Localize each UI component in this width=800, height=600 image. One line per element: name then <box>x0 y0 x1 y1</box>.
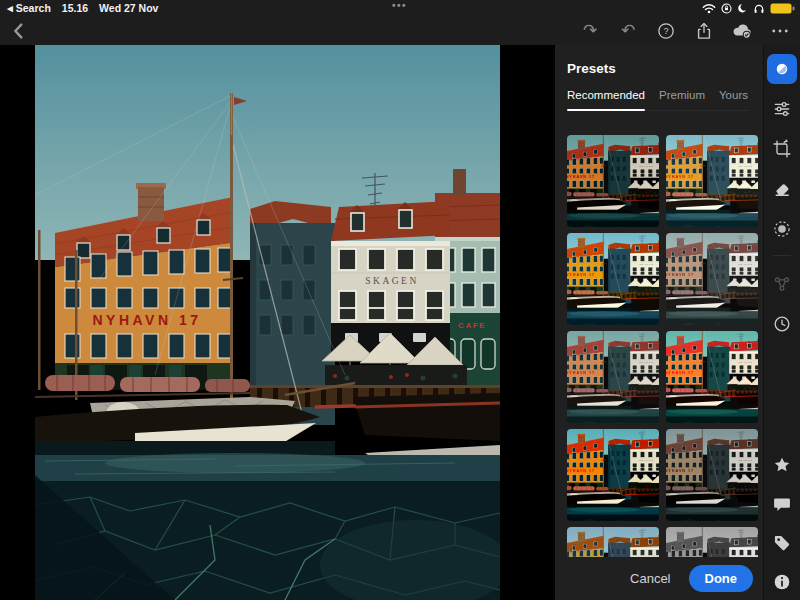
redo-button[interactable]: ↷ <box>579 20 601 42</box>
preset-thumb-6[interactable] <box>666 331 758 423</box>
panel-title: Presets <box>555 45 763 76</box>
help-icon: ? <box>656 21 676 41</box>
more-icon <box>770 21 790 41</box>
photo-canvas[interactable] <box>35 45 500 600</box>
crop-icon <box>772 139 792 159</box>
chevron-left-icon <box>8 20 30 42</box>
edit-sliders-icon <box>772 99 792 119</box>
tab-yours[interactable]: Yours <box>719 89 748 110</box>
back-to-search-app[interactable]: ◀ Search <box>7 2 51 14</box>
top-chrome: ◀ Search 15.16 Wed 27 Nov ••• <box>0 0 800 45</box>
cancel-button[interactable]: Cancel <box>630 571 670 586</box>
back-to-app-label: Search <box>16 2 51 14</box>
healing-eraser-icon <box>772 179 792 199</box>
multitask-dots[interactable]: ••• <box>392 0 407 11</box>
headphones-icon <box>753 3 765 14</box>
edit-tool-button[interactable] <box>769 97 795 121</box>
share-button[interactable] <box>693 20 715 42</box>
tab-recommended[interactable]: Recommended <box>567 89 645 110</box>
info-button[interactable] <box>769 570 795 594</box>
cloud-synced-icon <box>731 20 753 41</box>
comment-icon <box>772 494 792 514</box>
star-icon <box>772 455 792 475</box>
presets-icon <box>773 60 791 78</box>
versions-icon <box>772 274 792 294</box>
status-time: 15.16 <box>62 2 88 14</box>
status-date: Wed 27 Nov <box>99 2 158 14</box>
back-to-app-triangle-icon: ◀ <box>7 4 13 13</box>
lightroom-app: ◀ Search 15.16 Wed 27 Nov ••• <box>0 0 800 600</box>
svg-text:?: ? <box>663 26 668 36</box>
status-bar: ◀ Search 15.16 Wed 27 Nov ••• <box>0 0 800 16</box>
history-tool-button[interactable] <box>769 312 795 336</box>
preset-thumb-2[interactable] <box>666 135 758 227</box>
presets-tool-button[interactable] <box>767 54 797 84</box>
keywords-tag-button[interactable] <box>769 531 795 555</box>
panel-footer: Cancel Done <box>555 557 763 600</box>
share-icon <box>694 21 714 41</box>
preset-thumb-7[interactable] <box>567 429 659 521</box>
undo-icon: ↶ <box>621 22 635 39</box>
info-icon <box>772 572 792 592</box>
done-button[interactable]: Done <box>689 565 754 592</box>
more-button[interactable] <box>769 20 791 42</box>
preset-thumb-1[interactable] <box>567 135 659 227</box>
orientation-lock-icon <box>721 3 732 14</box>
versions-tool-button[interactable] <box>769 272 795 296</box>
rail-divider <box>773 255 791 256</box>
presets-panel: Presets Recommended Premium Yours Ca <box>555 45 763 600</box>
moon-icon <box>737 3 748 14</box>
wifi-icon <box>702 3 716 14</box>
photo-area <box>0 45 555 600</box>
tab-premium[interactable]: Premium <box>659 89 705 110</box>
battery-icon <box>770 3 795 14</box>
right-toolbar <box>763 45 800 600</box>
crop-tool-button[interactable] <box>769 137 795 161</box>
toolbar: ↷ ↶ ? <box>0 16 800 45</box>
rate-star-button[interactable] <box>769 453 795 477</box>
preset-thumb-4[interactable] <box>666 233 758 325</box>
masking-tool-button[interactable] <box>769 217 795 241</box>
healing-tool-button[interactable] <box>769 177 795 201</box>
preset-thumb-8[interactable] <box>666 429 758 521</box>
tag-icon <box>772 533 792 553</box>
comment-button[interactable] <box>769 492 795 516</box>
preset-grid <box>555 135 763 600</box>
preset-tabs: Recommended Premium Yours <box>567 89 748 111</box>
undo-button[interactable]: ↶ <box>617 20 639 42</box>
preset-thumb-3[interactable] <box>567 233 659 325</box>
redo-icon: ↷ <box>583 22 597 39</box>
preset-thumb-5[interactable] <box>567 331 659 423</box>
cloud-sync-button[interactable] <box>731 20 753 42</box>
help-button[interactable]: ? <box>655 20 677 42</box>
masking-icon <box>772 219 792 239</box>
back-button[interactable] <box>8 18 34 44</box>
history-icon <box>772 314 792 334</box>
